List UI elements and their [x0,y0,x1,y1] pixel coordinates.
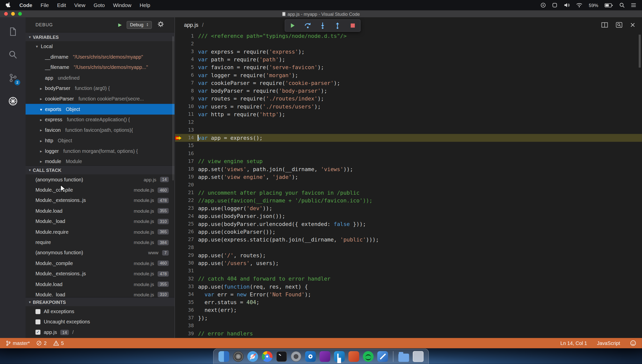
breakpoint-row[interactable]: Uncaught exceptions [26,317,175,327]
line-number[interactable]: 38 [182,322,194,330]
line-number[interactable]: 36 [182,306,194,314]
breakpoint-checkbox[interactable]: ✓ [35,330,40,335]
code-line[interactable]: 15 [175,142,642,150]
callstack-frame[interactable]: Module._extensions..jsmodule.js478 [26,269,175,279]
glyph-margin[interactable] [175,63,182,71]
code-line[interactable]: 4var path = require('path'); [175,56,642,63]
glyph-margin[interactable] [175,267,182,275]
code-line[interactable]: 31 [175,267,642,275]
git-branch-status[interactable]: master* [6,340,30,346]
code-line[interactable]: 22//app.use(favicon(__dirname + '/public… [175,197,642,204]
line-number[interactable]: 6 [182,71,194,79]
line-number[interactable]: 17 [182,157,194,165]
line-number[interactable]: 12 [182,118,194,126]
line-number[interactable]: 9 [182,95,194,102]
callstack-frame[interactable]: Module._compilemodule.js460 [26,185,175,195]
glyph-margin[interactable] [175,40,182,48]
glyph-margin[interactable] [175,228,182,236]
explorer-icon[interactable] [7,26,19,38]
breakpoint-checkbox[interactable] [35,319,40,324]
code-line[interactable]: 23app.use(logger('dev')); [175,204,642,212]
code-line[interactable]: 36 next(err); [175,306,642,314]
code-line[interactable]: 18app.set('views', path.join(__dirname, … [175,165,642,173]
line-number[interactable]: 31 [182,267,194,275]
glyph-margin[interactable] [175,157,182,165]
variable-row[interactable]: ▸faviconfunction favicon(path, options){ [26,125,175,136]
line-number[interactable]: 33 [182,283,194,291]
line-number[interactable]: 15 [182,142,194,150]
callstack-frame[interactable]: Module._extensions..jsmodule.js478 [26,195,175,206]
line-number[interactable]: 24 [182,212,194,220]
menu-view[interactable]: View [74,2,85,8]
dock-safari-icon[interactable] [247,351,258,362]
dock-powerpoint-icon[interactable] [348,351,359,362]
code-line[interactable]: 10var users = require('./routes/users'); [175,103,642,110]
notification-center-icon[interactable] [631,3,636,8]
glyph-margin[interactable] [175,275,182,283]
window-titlebar[interactable]: app.js - myapp - Visual Studio Code [0,10,642,17]
line-number[interactable]: 27 [182,236,194,244]
glyph-margin[interactable] [175,283,182,291]
menu-edit[interactable]: Edit [57,2,66,8]
line-number[interactable]: 30 [182,259,194,267]
line-number[interactable]: 37 [182,314,194,322]
scope-row[interactable]: ▾Local [26,41,175,52]
minimize-window-button[interactable] [11,12,15,16]
code-line[interactable]: 11var http = require('http'); [175,110,642,118]
code-line[interactable]: 14var app = express(); [175,134,642,142]
glyph-margin[interactable] [175,87,182,95]
menu-goto[interactable]: Goto [94,2,105,8]
glyph-margin[interactable] [175,173,182,181]
menu-code[interactable]: Code [19,2,32,8]
callstack-frame[interactable]: Module._compilemodule.js460 [26,258,175,269]
callstack-frame[interactable]: (anonymous function)www7 [26,248,175,258]
line-number[interactable]: 22 [182,197,194,204]
glyph-margin[interactable] [175,103,182,110]
variable-row[interactable]: ▾exportsObject [26,104,175,114]
editor-tab-filename[interactable]: app.js [184,22,198,28]
preview-icon[interactable] [616,22,623,28]
code-line[interactable]: 20 [175,181,642,189]
code-area[interactable]: 1/// <reference path="typings/node/node.… [175,32,642,338]
glyph-margin[interactable] [175,259,182,267]
glyph-margin[interactable] [175,204,182,212]
glyph-margin[interactable] [175,32,182,40]
code-line[interactable]: 17// view engine setup [175,157,642,165]
glyph-margin[interactable] [175,118,182,126]
glyph-margin[interactable] [175,110,182,118]
code-line[interactable]: 7var cookieParser = require('cookie-pars… [175,79,642,87]
menu-help[interactable]: Help [140,2,150,8]
callstack-frame[interactable]: Module._loadmodule.js310 [26,289,175,297]
variable-row[interactable]: ▸httpObject [26,135,175,146]
menu-extra-icon-1[interactable] [540,3,546,8]
menu-window[interactable]: Window [113,2,131,8]
code-line[interactable]: 8var bodyParser = require('body-parser')… [175,87,642,95]
line-number[interactable]: 19 [182,173,194,181]
variable-row[interactable]: ▸moduleModule [26,156,175,165]
line-number[interactable]: 39 [182,330,194,337]
glyph-margin[interactable] [175,306,182,314]
editor-scrollbar[interactable] [639,35,641,68]
code-line[interactable]: 30app.use('/users', users); [175,259,642,267]
line-number[interactable]: 32 [182,275,194,283]
menu-extra-icon-2[interactable] [552,3,557,8]
breakpoint-checkbox[interactable] [35,309,40,314]
code-line[interactable]: 21// uncomment after placing your favico… [175,189,642,197]
dock-lync-icon[interactable] [334,351,345,362]
code-line[interactable]: 28 [175,244,642,251]
search-icon[interactable] [7,49,19,61]
step-into-button[interactable] [318,21,328,30]
close-editor-icon[interactable] [630,22,635,27]
glyph-margin[interactable] [175,291,182,298]
dock-spotify-icon[interactable] [363,351,374,362]
code-line[interactable]: 29app.use('/', routes); [175,252,642,259]
line-number[interactable]: 10 [182,103,194,110]
glyph-margin[interactable] [175,79,182,87]
line-number[interactable]: 18 [182,165,194,173]
battery-icon[interactable] [604,3,613,8]
code-line[interactable]: 13 [175,126,642,134]
code-line[interactable]: 12 [175,118,642,126]
callstack-frame[interactable]: Module.requiremodule.js365 [26,227,175,237]
code-line[interactable]: 19app.set('view engine', 'jade'); [175,173,642,181]
code-line[interactable]: 26app.use(cookieParser()); [175,228,642,236]
